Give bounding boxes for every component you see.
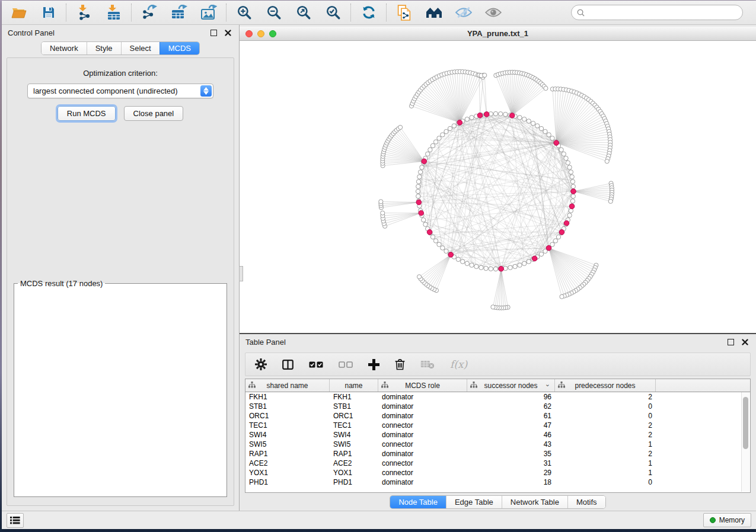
- tab-motifs[interactable]: Motifs: [567, 496, 605, 508]
- table-cell[interactable]: 2: [555, 431, 656, 439]
- table-cell[interactable]: 96: [467, 393, 555, 401]
- table-row[interactable]: TEC1TEC1connector472: [245, 421, 750, 430]
- table-cell[interactable]: dominator: [378, 393, 467, 401]
- export-image-icon[interactable]: [200, 4, 218, 21]
- table-cell[interactable]: 62: [467, 402, 555, 411]
- table-cell[interactable]: RAP1: [245, 450, 330, 458]
- deselect-all-icon[interactable]: [339, 361, 353, 368]
- table-cell[interactable]: 1: [555, 440, 656, 448]
- table-cell[interactable]: dominator: [378, 431, 467, 439]
- table-cell[interactable]: TEC1: [330, 421, 378, 430]
- tab-select[interactable]: Select: [121, 42, 160, 55]
- function-builder-icon[interactable]: f(x): [450, 358, 467, 370]
- delete-table-icon[interactable]: [420, 360, 435, 369]
- search-input[interactable]: [588, 8, 737, 18]
- tab-network-table[interactable]: Network Table: [502, 496, 567, 508]
- save-session-icon[interactable]: [40, 4, 58, 21]
- table-scrollbar[interactable]: [741, 392, 749, 492]
- search-box[interactable]: [571, 5, 743, 20]
- table-cell[interactable]: 47: [467, 421, 555, 430]
- table-cell[interactable]: YOX1: [330, 469, 378, 477]
- table-row[interactable]: RAP1RAP1dominator352: [245, 449, 750, 459]
- open-session-icon[interactable]: [10, 4, 28, 21]
- table-cell[interactable]: 2: [555, 421, 656, 430]
- table-cell[interactable]: SWI5: [330, 440, 378, 448]
- tab-style[interactable]: Style: [87, 42, 121, 55]
- mcds-result-list[interactable]: PHD1CAR1STP4TID3YOX1SWI4SRD1PMA2FKH1ACE2…: [15, 289, 217, 290]
- table-cell[interactable]: 0: [555, 402, 656, 411]
- table-cell[interactable]: SWI4: [330, 431, 378, 439]
- task-history-icon[interactable]: [7, 513, 24, 528]
- table-row[interactable]: SWI4SWI4dominator462: [245, 430, 750, 440]
- close-table-panel-icon[interactable]: [739, 337, 750, 347]
- network-canvas[interactable]: [240, 41, 756, 333]
- table-cell[interactable]: connector: [378, 421, 467, 430]
- table-row[interactable]: STB1STB1dominator620: [245, 402, 750, 411]
- panel-splitter-handle[interactable]: [239, 266, 243, 281]
- table-cell[interactable]: STB1: [245, 402, 330, 411]
- table-cell[interactable]: 1: [555, 469, 656, 477]
- table-row[interactable]: YOX1YOX1connector291: [245, 468, 750, 477]
- table-cell[interactable]: 35: [467, 450, 555, 458]
- table-cell[interactable]: connector: [378, 440, 467, 448]
- tab-edge-table[interactable]: Edge Table: [446, 496, 502, 508]
- network-view-titlebar[interactable]: YPA_prune.txt_1: [240, 27, 756, 41]
- close-panel-button[interactable]: Close panel: [124, 106, 184, 121]
- table-cell[interactable]: connector: [378, 459, 467, 467]
- memory-button[interactable]: Memory: [703, 513, 751, 527]
- table-row[interactable]: PHD1PHD1dominator180: [245, 477, 750, 487]
- table-cell[interactable]: 29: [467, 469, 555, 477]
- table-cell[interactable]: RAP1: [330, 450, 378, 458]
- table-cell[interactable]: 2: [555, 450, 656, 458]
- zoom-in-icon[interactable]: [235, 4, 253, 21]
- column-header-name[interactable]: name: [330, 379, 378, 392]
- table-cell[interactable]: connector: [378, 469, 467, 477]
- column-header-shared-name[interactable]: shared name: [245, 379, 330, 392]
- table-cell[interactable]: SWI5: [245, 440, 330, 448]
- run-mcds-button[interactable]: Run MCDS: [58, 106, 116, 121]
- tab-mcds[interactable]: MCDS: [160, 42, 199, 55]
- table-cell[interactable]: 0: [555, 478, 656, 486]
- table-cell[interactable]: dominator: [378, 412, 467, 420]
- hide-selected-icon[interactable]: [455, 4, 473, 21]
- table-row[interactable]: ORC1ORC1dominator610: [245, 411, 750, 421]
- zoom-fit-icon[interactable]: [295, 4, 312, 21]
- table-cell[interactable]: YOX1: [245, 469, 330, 477]
- table-cell[interactable]: ACE2: [245, 459, 330, 467]
- table-cell[interactable]: dominator: [378, 402, 467, 411]
- table-cell[interactable]: FKH1: [245, 393, 330, 401]
- new-network-from-selection-icon[interactable]: [395, 4, 413, 21]
- table-row[interactable]: SWI5SWI5connector431: [245, 440, 750, 449]
- first-neighbors-icon[interactable]: [425, 4, 443, 21]
- float-panel-icon[interactable]: [208, 28, 219, 37]
- table-cell[interactable]: STB1: [330, 402, 378, 411]
- table-cell[interactable]: ORC1: [245, 412, 330, 420]
- zoom-selected-icon[interactable]: [324, 4, 342, 21]
- table-cell[interactable]: 1: [555, 459, 656, 467]
- table-cell[interactable]: 2: [555, 393, 656, 401]
- import-table-icon[interactable]: [105, 4, 123, 21]
- column-header-predecessor-nodes[interactable]: predecessor nodes: [555, 379, 656, 392]
- export-network-icon[interactable]: [141, 4, 158, 21]
- table-cell[interactable]: ACE2: [330, 459, 378, 467]
- column-header-successor-nodes[interactable]: successor nodes⌄: [467, 379, 555, 392]
- table-cell[interactable]: 0: [555, 412, 656, 420]
- table-cell[interactable]: 61: [467, 412, 555, 420]
- table-scrollbar-thumb[interactable]: [743, 397, 748, 449]
- select-all-icon[interactable]: [309, 361, 323, 368]
- table-cell[interactable]: ORC1: [330, 412, 378, 420]
- column-header-MCDS-role[interactable]: MCDS role: [378, 379, 467, 392]
- table-cell[interactable]: dominator: [378, 450, 467, 458]
- delete-column-icon[interactable]: [395, 358, 405, 370]
- table-cell[interactable]: PHD1: [245, 478, 330, 486]
- refresh-view-icon[interactable]: [360, 4, 378, 21]
- zoom-out-icon[interactable]: [265, 4, 283, 21]
- import-network-icon[interactable]: [75, 4, 93, 21]
- float-table-panel-icon[interactable]: [725, 337, 736, 347]
- table-cell[interactable]: 43: [467, 440, 555, 448]
- show-all-icon[interactable]: [484, 4, 502, 21]
- close-panel-icon[interactable]: [222, 28, 233, 37]
- show-columns-icon[interactable]: [282, 360, 294, 370]
- table-cell[interactable]: TEC1: [245, 421, 330, 430]
- table-cell[interactable]: dominator: [378, 478, 467, 486]
